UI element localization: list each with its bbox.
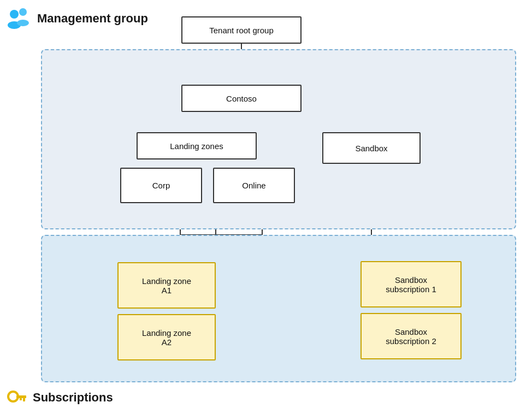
- mgmt-group-label: Management group: [5, 5, 148, 32]
- subscriptions-text: Subscriptions: [33, 391, 113, 405]
- svg-point-49: [10, 10, 19, 19]
- tenant-root-node: Tenant root group: [181, 16, 302, 44]
- lz-a1-node: Landing zone A1: [117, 262, 216, 309]
- people-icon: [5, 5, 32, 32]
- svg-rect-54: [16, 395, 26, 398]
- online-node: Online: [213, 168, 295, 203]
- landing-zones-node: Landing zones: [137, 132, 257, 159]
- diagram-container: Management group Tenant root group Conto…: [0, 0, 532, 414]
- svg-rect-56: [20, 398, 22, 400]
- svg-rect-55: [23, 398, 25, 401]
- subscriptions-box: [41, 235, 516, 382]
- svg-point-52: [17, 20, 29, 26]
- sandbox-node: Sandbox: [322, 132, 421, 164]
- sandbox-sub1-node: Sandbox subscription 1: [360, 261, 462, 307]
- key-icon: [5, 387, 27, 409]
- svg-point-57: [10, 395, 14, 398]
- svg-point-50: [19, 8, 27, 16]
- corp-node: Corp: [120, 168, 202, 203]
- mgmt-group-text: Management group: [37, 11, 148, 26]
- sandbox-sub2-node: Sandbox subscription 2: [360, 313, 462, 359]
- lz-a2-node: Landing zone A2: [117, 314, 216, 360]
- contoso-node: Contoso: [181, 85, 302, 112]
- subscriptions-label: Subscriptions: [5, 387, 113, 409]
